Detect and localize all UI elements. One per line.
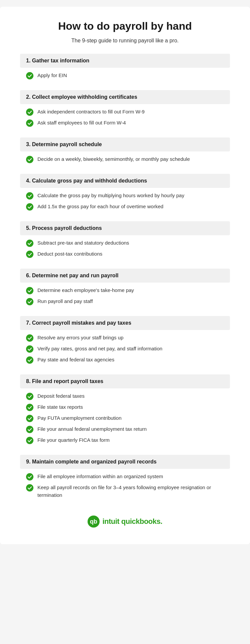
steps-container: 1. Gather tax informationApply for EIN2.… — [20, 54, 230, 504]
step-item-text: Pay FUTA unemployment contribution — [37, 414, 224, 422]
step-items-8: Deposit federal taxesFile state tax repo… — [20, 388, 230, 449]
step-item-text: Deduct post-tax contributions — [37, 250, 224, 258]
svg-point-3 — [26, 156, 33, 163]
quickbooks-logo: qb intuit quickbooks. — [88, 516, 162, 528]
svg-point-13 — [26, 393, 33, 400]
checkmark-icon — [26, 251, 33, 258]
step-item-4-1: Calculate the gross pay by multiplying h… — [26, 192, 224, 200]
checkmark-icon — [26, 356, 33, 364]
step-item-8-2: File state tax reports — [26, 403, 224, 411]
step-items-7: Resolve any errors your staff brings upV… — [20, 330, 230, 368]
step-items-4: Calculate the gross pay by multiplying h… — [20, 188, 230, 215]
svg-point-17 — [26, 437, 33, 444]
checkmark-icon — [26, 334, 33, 342]
checkmark-icon — [26, 119, 33, 127]
step-item-text: Keep all payroll records on file for 3–4… — [37, 484, 224, 499]
step-heading-5: 5. Process payroll deductions — [20, 221, 230, 235]
checkmark-icon — [26, 393, 33, 400]
step-section-4: 4. Calculate gross pay and withhold dedu… — [20, 174, 230, 215]
checkmark-icon — [26, 298, 33, 305]
main-card: How to do payroll by hand The 9-step gui… — [0, 7, 250, 544]
svg-point-7 — [26, 251, 33, 258]
step-item-text: Pay state and federal tax agencies — [37, 356, 224, 364]
svg-point-19 — [26, 484, 33, 492]
step-item-text: Run payroll and pay staff — [37, 298, 224, 305]
step-item-text: File your quarterly FICA tax form — [37, 436, 224, 444]
step-item-text: Deposit federal taxes — [37, 392, 224, 400]
step-item-6-2: Run payroll and pay staff — [26, 298, 224, 305]
step-item-7-1: Resolve any errors your staff brings up — [26, 334, 224, 342]
svg-point-11 — [26, 345, 33, 353]
svg-point-0 — [26, 72, 33, 79]
checkmark-icon — [26, 415, 33, 422]
step-items-9: File all employee information within an … — [20, 469, 230, 504]
checkmark-icon — [26, 345, 33, 353]
step-item-4-2: Add 1.5x the gross pay for each hour of … — [26, 203, 224, 211]
page-title: How to do payroll by hand — [20, 20, 230, 32]
svg-point-14 — [26, 404, 33, 411]
step-section-5: 5. Process payroll deductionsSubtract pr… — [20, 221, 230, 263]
step-items-2: Ask independent contractors to fill out … — [20, 104, 230, 131]
svg-point-12 — [26, 356, 33, 364]
step-item-6-1: Determine each employee's take-home pay — [26, 287, 224, 294]
step-heading-4: 4. Calculate gross pay and withhold dedu… — [20, 174, 230, 188]
svg-point-9 — [26, 298, 33, 305]
step-item-text: Resolve any errors your staff brings up — [37, 334, 224, 342]
svg-point-4 — [26, 192, 33, 200]
step-item-text: File all employee information within an … — [37, 473, 224, 480]
step-item-text: Subtract pre-tax and statutory deduction… — [37, 239, 224, 247]
step-section-9: 9. Maintain complete and organized payro… — [20, 455, 230, 504]
step-items-1: Apply for EIN — [20, 68, 230, 84]
step-item-text: Verify pay rates, gross and net pay, and… — [37, 345, 224, 353]
step-section-6: 6. Determine net pay and run payrollDete… — [20, 269, 230, 310]
quickbooks-wordmark: intuit quickbooks. — [102, 517, 162, 526]
step-heading-8: 8. File and report payroll taxes — [20, 374, 230, 388]
step-item-5-1: Subtract pre-tax and statutory deduction… — [26, 239, 224, 247]
svg-point-18 — [26, 473, 33, 480]
svg-text:qb: qb — [90, 518, 97, 525]
svg-point-8 — [26, 287, 33, 294]
step-item-5-2: Deduct post-tax contributions — [26, 250, 224, 258]
checkmark-icon — [26, 437, 33, 444]
step-heading-9: 9. Maintain complete and organized payro… — [20, 455, 230, 469]
step-item-text: Determine each employee's take-home pay — [37, 287, 224, 294]
step-item-1-1: Apply for EIN — [26, 72, 224, 79]
step-heading-2: 2. Collect employee withholding certific… — [20, 90, 230, 104]
step-item-7-3: Pay state and federal tax agencies — [26, 356, 224, 364]
svg-point-6 — [26, 240, 33, 247]
svg-point-5 — [26, 203, 33, 211]
step-item-text: Decide on a weekly, biweekly, semimonthl… — [37, 155, 224, 163]
step-item-text: Ask staff employees to fill out Form W-4 — [37, 119, 224, 127]
svg-point-16 — [26, 426, 33, 433]
checkmark-icon — [26, 484, 33, 492]
step-section-3: 3. Determine payroll scheduleDecide on a… — [20, 137, 230, 168]
page-subtitle: The 9-step guide to running payroll like… — [20, 38, 230, 44]
step-heading-6: 6. Determine net pay and run payroll — [20, 269, 230, 283]
checkmark-icon — [26, 473, 33, 480]
step-item-2-2: Ask staff employees to fill out Form W-4 — [26, 119, 224, 127]
step-item-9-2: Keep all payroll records on file for 3–4… — [26, 484, 224, 499]
checkmark-icon — [26, 72, 33, 79]
checkmark-icon — [26, 426, 33, 433]
step-section-1: 1. Gather tax informationApply for EIN — [20, 54, 230, 84]
step-item-8-4: File your annual federal unemployment ta… — [26, 425, 224, 433]
step-section-7: 7. Correct payroll mistakes and pay taxe… — [20, 316, 230, 368]
svg-point-15 — [26, 415, 33, 422]
quickbooks-icon: qb — [88, 516, 100, 528]
checkmark-icon — [26, 156, 33, 163]
step-item-text: File state tax reports — [37, 403, 224, 411]
step-section-8: 8. File and report payroll taxesDeposit … — [20, 374, 230, 449]
checkmark-icon — [26, 203, 33, 211]
step-item-text: Add 1.5x the gross pay for each hour of … — [37, 203, 224, 211]
step-item-2-1: Ask independent contractors to fill out … — [26, 108, 224, 116]
step-items-5: Subtract pre-tax and statutory deduction… — [20, 235, 230, 263]
svg-point-1 — [26, 108, 33, 116]
step-section-2: 2. Collect employee withholding certific… — [20, 90, 230, 131]
checkmark-icon — [26, 240, 33, 247]
step-item-9-1: File all employee information within an … — [26, 473, 224, 480]
step-item-8-1: Deposit federal taxes — [26, 392, 224, 400]
step-item-3-1: Decide on a weekly, biweekly, semimonthl… — [26, 155, 224, 163]
svg-point-2 — [26, 119, 33, 127]
checkmark-icon — [26, 287, 33, 294]
step-heading-7: 7. Correct payroll mistakes and pay taxe… — [20, 316, 230, 330]
